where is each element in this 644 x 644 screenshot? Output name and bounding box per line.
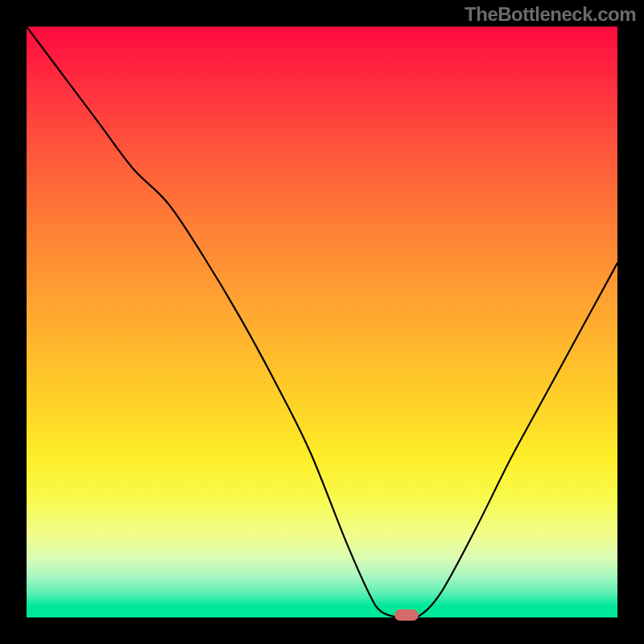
watermark-text: TheBottleneck.com [464, 3, 636, 26]
bottleneck-curve [27, 27, 617, 617]
chart-frame: TheBottleneck.com [0, 0, 644, 644]
optimum-marker [394, 609, 419, 621]
bottleneck-curve-path [27, 27, 617, 617]
